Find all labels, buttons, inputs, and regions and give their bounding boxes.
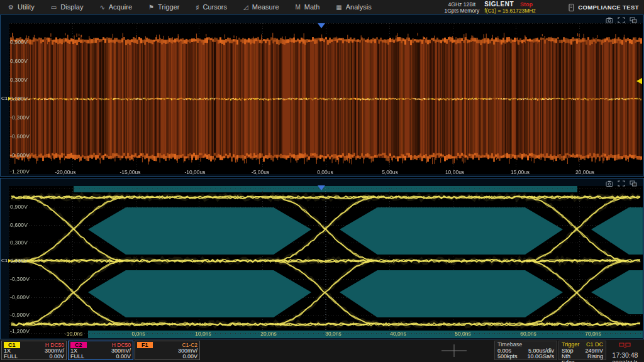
function-box-f1[interactable]: F1C1-C2 300mV/ 0.00V — [135, 341, 200, 360]
cursors-icon: ♯ — [196, 4, 199, 11]
date-display: 2023/11/1 — [608, 359, 643, 362]
time-label: 40,0ns — [390, 331, 406, 337]
time-label: -5,00us — [252, 169, 269, 175]
window-toolbar — [606, 17, 637, 23]
trigger-box[interactable]: TriggerC1 DC Stop249mV Nth EdgeRising — [558, 341, 606, 360]
time-label: -10,0ns — [65, 331, 82, 337]
menu-trigger[interactable]: ⚑Trigger — [140, 0, 187, 14]
menu-trigger-label: Trigger — [158, 3, 179, 11]
header-right: 4GHz 12Bit 1Gpts Memory SIGLENT Stop f(C… — [444, 0, 644, 14]
menu-display-label: Display — [60, 3, 83, 11]
mode-label: COMPLIANCE TEST — [578, 4, 639, 11]
volt-label: -1,200V — [10, 328, 30, 334]
time-label: 60,0ns — [520, 331, 536, 337]
brand-block: SIGLENT Stop f(C1) = 15.61723MHz — [484, 1, 562, 14]
window-toolbar — [606, 180, 637, 187]
acquisition-status: Stop — [520, 1, 533, 8]
trigger-slope: Rising — [587, 354, 603, 362]
trigger-level-marker[interactable] — [636, 78, 642, 84]
swap-window-icon[interactable] — [630, 17, 637, 23]
menu-cursors[interactable]: ♯Cursors — [187, 0, 235, 14]
ruler-icon: ◿ — [243, 4, 248, 11]
menu-utility-label: Utility — [18, 3, 35, 11]
time-label: 20,0ns — [260, 331, 277, 337]
volt-label: 0,600V — [10, 58, 28, 64]
bandwidth-label: 4GHz 12Bit — [444, 1, 479, 8]
timebase-samplerate: 10.0GSa/s — [527, 354, 554, 360]
menu-display[interactable]: ▭Display — [43, 0, 92, 14]
crosshair-handle[interactable] — [440, 343, 468, 358]
time-label: 5,00us — [382, 169, 398, 175]
time-label: -10,00us — [184, 169, 205, 175]
eye-diagram-window: C1 0,900V0,600V0,300V0,000V-0,300V-0,600… — [0, 178, 644, 339]
clock-box[interactable]: 17:30:48 2023/11/1 — [608, 340, 643, 362]
menu-acquire-label: Acquire — [109, 3, 132, 11]
timebase-box[interactable]: Timebase 0.00s5.00us/div 500kpts10.0GSa/… — [494, 341, 557, 360]
channel-marker-label: C1 — [1, 96, 8, 101]
trigger-type: Nth Edge — [562, 354, 584, 362]
channel-offset-marker-c1[interactable]: C1 — [1, 96, 11, 101]
timebase-points: 500kpts — [497, 354, 518, 360]
volt-label: 0,600V — [10, 222, 28, 228]
menu-math-label: Math — [304, 3, 319, 11]
volt-label: 0,300V — [10, 239, 28, 246]
menu-analysis-label: Analysis — [346, 3, 372, 11]
channel-box-c1[interactable]: C1H DC50 1X300mV/ FULL0.00V — [1, 341, 67, 360]
time-label: 30,0ns — [325, 331, 341, 337]
menu-analysis[interactable]: ▦Analysis — [328, 0, 379, 14]
compliance-test-button[interactable]: COMPLIANCE TEST — [562, 0, 644, 14]
menu-utility[interactable]: ⚙Utility — [0, 0, 43, 14]
time-label: 20,00us — [575, 169, 594, 175]
status-bar: C1H DC50 1X300mV/ FULL0.00V C2H DC50 1X3… — [0, 339, 644, 362]
menu-bar: ⚙Utility ▭Display ∿Acquire ⚑Trigger ♯Cur… — [0, 0, 644, 14]
volt-label: 0,300V — [10, 77, 28, 83]
trigger-position-marker[interactable] — [318, 23, 325, 28]
time-label: 0,00us — [317, 169, 333, 175]
fullscreen-icon[interactable] — [618, 17, 625, 23]
offset-f1: 0.00V — [182, 354, 197, 359]
eye-diagram-canvas[interactable] — [9, 186, 643, 338]
channel-box-c2[interactable]: C2H DC50 1X300mV/ FULL0.00V — [68, 341, 133, 360]
main-waveform-window: C1 0,900V0,600V0,300V0,000V-0,300V-0,600… — [0, 14, 644, 177]
time-label: 10,0ns — [195, 331, 211, 337]
swap-window-icon[interactable] — [630, 180, 637, 187]
main-waveform-canvas[interactable] — [9, 23, 643, 174]
volt-label: 0,000V — [10, 96, 28, 102]
memory-label: 1Gpts Memory — [444, 8, 479, 14]
volt-label: 0,000V — [10, 258, 28, 264]
volt-label: -0,300V — [10, 114, 30, 121]
menu-measure[interactable]: ◿Measure — [235, 0, 287, 14]
network-icon — [619, 343, 631, 349]
hardware-info: 4GHz 12Bit 1Gpts Memory — [444, 1, 484, 14]
time-label: 50,0ns — [455, 331, 471, 337]
brand-logo: SIGLENT — [484, 1, 514, 8]
volt-label: 0,900V — [10, 39, 28, 45]
display-icon: ▭ — [51, 4, 57, 11]
math-icon: M — [296, 4, 301, 11]
camera-icon[interactable] — [606, 17, 613, 23]
channel-marker-label: C1 — [1, 258, 8, 263]
trigger-position-marker[interactable] — [318, 185, 325, 190]
fullscreen-icon[interactable] — [618, 180, 625, 187]
volt-label: -1,200V — [10, 168, 30, 175]
time-display: 17:30:48 — [608, 351, 643, 359]
time-label: 10,00us — [445, 169, 464, 175]
offset-c1: 0.00V — [49, 354, 64, 359]
time-label: 15,00us — [511, 169, 530, 175]
menu-math[interactable]: MMath — [287, 0, 328, 14]
function-chip-f1: F1 — [137, 342, 153, 348]
camera-icon[interactable] — [606, 180, 613, 187]
menu-acquire[interactable]: ∿Acquire — [91, 0, 140, 14]
volt-label: -0,600V — [10, 133, 30, 140]
time-label: 70,0ns — [585, 331, 601, 337]
channel-marker-arrow-icon — [8, 97, 11, 101]
channel-offset-marker-c1[interactable]: C1 — [1, 258, 11, 263]
bandwidth-c1: FULL — [4, 354, 18, 359]
menu-measure-label: Measure — [252, 3, 279, 11]
document-icon — [569, 4, 574, 11]
volt-label: -0,600V — [10, 294, 30, 300]
time-label: 0,0ns — [132, 331, 145, 337]
channel-marker-arrow-icon — [8, 259, 11, 263]
time-label: -15,00us — [119, 169, 140, 175]
frequency-readout: f(C1) = 15.61723MHz — [484, 8, 558, 14]
